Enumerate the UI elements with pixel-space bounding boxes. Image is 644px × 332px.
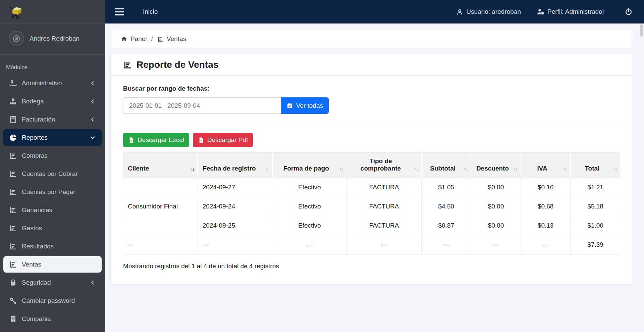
sort-icons: ↑↓ [613,166,617,172]
chart-bar-icon [157,36,164,42]
download-excel-button[interactable]: Descargar Excel [123,133,189,147]
calendar-check-icon [286,102,293,109]
user-shield-icon [536,8,544,16]
sidebar-item-seguridad[interactable]: Seguridad [3,274,102,291]
sidebar-item-facturacion[interactable]: Facturación [3,111,102,128]
sort-icons: ↑↓ [414,166,418,172]
table-header-row: Cliente↑↓ Fecha de registro↑↓ Forma de p… [123,153,620,178]
logout-power-button[interactable] [625,8,633,16]
column-header-iva[interactable]: IVA↑↓ [521,153,571,178]
column-header-total[interactable]: Total↑↓ [571,153,620,178]
chart-bar-icon [9,188,17,196]
power-icon [625,8,633,16]
chart-bar-icon [9,170,17,178]
sidebar-item-resultados[interactable]: Resultados [3,238,102,254]
table-row: 2024-09-27 Efectivo FACTURA $1.05 $0.00 … [123,178,620,197]
cell-tipo-comprobante: FACTURA [347,178,421,197]
sidebar-item-label: Compañia [22,315,51,323]
download-excel-label: Descargar Excel [138,136,184,144]
chevron-left-icon [90,116,96,123]
date-range-label: Buscar por rango de fechas: [123,85,620,92]
calculator-icon [9,115,17,124]
card-body: Buscar por rango de fechas: Ver todas De… [111,76,633,284]
chevron-left-icon [90,80,96,86]
report-card: Reporte de Ventas Buscar por rango de fe… [111,54,633,284]
sort-icons: ↑↓ [563,166,567,172]
cell-iva: $0.16 [521,178,571,197]
app-window: Andres Redroban Módulos Administrativo B… [0,0,644,332]
cell-total: $1.00 [571,216,620,235]
breadcrumb: Panel / Ventas [111,30,633,48]
sidebar-item-label: Ventas [22,261,41,268]
cell-subtotal: $4.50 [421,197,471,216]
sidebar-item-compania[interactable]: Compañia [3,311,102,327]
download-pdf-button[interactable]: Descargar Pdf [193,133,253,147]
breadcrumb-link-panel[interactable]: Panel [130,35,147,43]
sidebar-item-cuentas-por-cobrar[interactable]: Cuentas por Cobrar [3,165,102,182]
cell-descuento: $0.00 [471,216,521,235]
sidebar-item-label: Gastos [22,225,42,232]
cell-fecha: 2024-09-24 [198,197,272,216]
date-range-group: Ver todas [123,97,329,114]
sidebar-item-label: Bodega [22,98,44,105]
sidebar-item-label: Cuentas por Pagar [22,188,75,196]
scrollbar-thumb[interactable] [640,25,643,37]
sidebar-item-label: Compras [22,152,48,159]
sidebar-item-label: Seguridad [22,279,51,286]
sidebar-item-label: Reportes [22,134,48,141]
sidebar-user-name: Andres Redroban [30,35,79,42]
chart-bar-icon [9,206,17,214]
column-header-forma-pago[interactable]: Forma de pago↑↓ [272,153,347,178]
brand-area[interactable] [0,0,105,23]
hand-holding-dollar-icon [9,79,17,87]
boxes-icon [9,97,17,105]
section-divider [123,124,620,124]
sales-table-body: 2024-09-27 Efectivo FACTURA $1.05 $0.00 … [123,178,620,254]
cell-fecha: 2024-09-27 [198,178,272,197]
cell-cliente: --- [123,235,198,254]
chevron-down-icon [90,135,96,141]
date-range-input[interactable] [123,97,281,114]
navbar-user-label: Usuario: aredroban [466,8,521,15]
navbar-link-inicio[interactable]: Inicio [143,8,158,15]
sort-icons: ↑↓ [463,166,467,172]
view-all-button[interactable]: Ver todas [281,97,329,114]
sidebar-item-label: Cambiar password [22,297,75,304]
download-pdf-label: Descargar Pdf [207,136,248,144]
cell-descuento: $0.00 [471,178,521,197]
sidebar-item-administrativo[interactable]: Administrativo [3,75,102,91]
navbar-profile: Perfil: Administrador [536,8,604,16]
navbar-user: Usuario: aredroban [456,8,521,15]
sidebar-item-gastos[interactable]: Gastos [3,220,102,236]
cell-descuento: --- [471,235,521,254]
breadcrumb-separator: / [151,35,153,43]
table-row: Consumidor Final 2024-09-24 Efectivo FAC… [123,197,620,216]
chevron-left-icon [90,280,96,286]
sidebar-item-ganancias[interactable]: Ganancias [3,202,102,218]
cell-forma-pago: Efectivo [272,178,347,197]
cell-cliente [123,216,198,235]
view-all-label: Ver todas [296,102,323,109]
cell-tipo-comprobante: FACTURA [347,197,421,216]
sidebar-item-ventas[interactable]: Ventas [3,256,102,273]
sidebar-item-reportes[interactable]: Reportes [3,129,102,146]
chart-bar-icon [9,224,17,232]
cell-fecha: 2024-09-25 [198,216,272,235]
chevron-left-icon [90,98,96,104]
column-header-cliente[interactable]: Cliente↑↓ [123,153,198,178]
file-excel-icon [128,137,135,143]
sidebar-item-compras[interactable]: Compras [3,147,102,164]
sidebar-item-cuentas-por-pagar[interactable]: Cuentas por Pagar [3,184,102,200]
column-header-tipo-comprobante[interactable]: Tipo de comprobante↑↓ [347,153,421,178]
column-header-descuento[interactable]: Descuento↑↓ [471,153,521,178]
column-header-fecha[interactable]: Fecha de registro↑↓ [198,153,272,178]
cell-iva: $0.13 [521,216,571,235]
table-row: 2024-09-25 Efectivo FACTURA $0.87 $0.00 … [123,216,620,235]
user-icon [456,8,463,15]
menu-toggle-button[interactable] [115,8,124,15]
sidebar-item-bodega[interactable]: Bodega [3,93,102,109]
sidebar-item-cambiar-password[interactable]: Cambiar password [3,292,102,309]
chart-bar-icon [9,152,17,160]
chart-bar-icon [123,60,132,69]
column-header-subtotal[interactable]: Subtotal↑↓ [421,153,471,178]
